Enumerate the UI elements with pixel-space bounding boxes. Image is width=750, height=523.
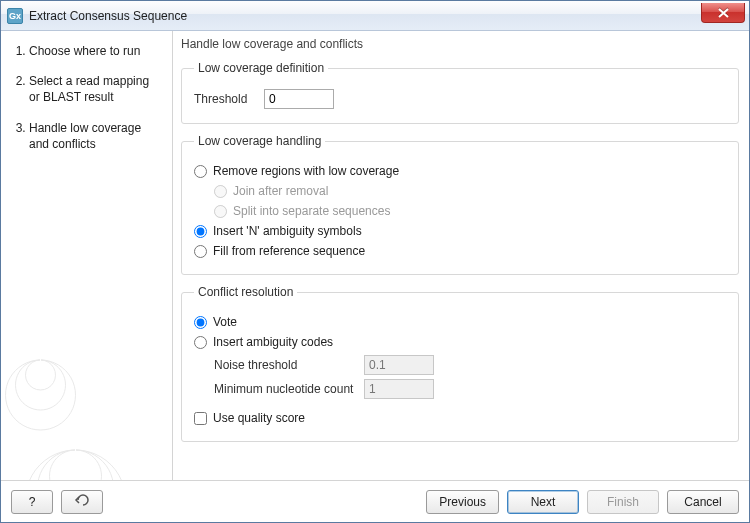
use-quality-checkbox[interactable]: [194, 412, 207, 425]
window-title: Extract Consensus Sequence: [29, 9, 187, 23]
min-nucleotide-input: [364, 379, 434, 399]
next-button[interactable]: Next: [507, 490, 579, 514]
reset-button[interactable]: [61, 490, 103, 514]
conflict-resolution-group: Conflict resolution Vote Insert ambiguit…: [181, 285, 739, 442]
help-button[interactable]: ?: [11, 490, 53, 514]
ambiguity-codes-label: Insert ambiguity codes: [213, 335, 333, 349]
button-bar: ? Previous Next Finish Cancel: [1, 480, 749, 522]
undo-icon: [74, 494, 90, 506]
split-sequences-label: Split into separate sequences: [233, 204, 390, 218]
decorative-spiral-icon: [1, 290, 161, 480]
finish-button: Finish: [587, 490, 659, 514]
use-quality-label: Use quality score: [213, 411, 305, 425]
wizard-steps-list: Choose where to run Select a read mappin…: [11, 43, 162, 152]
wizard-step: Select a read mapping or BLAST result: [29, 73, 162, 105]
close-button[interactable]: [701, 3, 745, 23]
panel-scroll: Low coverage definition Threshold Low co…: [173, 55, 749, 480]
remove-regions-radio[interactable]: [194, 165, 207, 178]
fill-reference-radio[interactable]: [194, 245, 207, 258]
noise-threshold-label: Noise threshold: [214, 358, 364, 372]
threshold-label: Threshold: [194, 92, 264, 106]
join-after-removal-label: Join after removal: [233, 184, 328, 198]
low-coverage-handling-group: Low coverage handling Remove regions wit…: [181, 134, 739, 275]
ambiguity-codes-radio[interactable]: [194, 336, 207, 349]
page-title: Handle low coverage and conflicts: [173, 31, 749, 55]
titlebar: Gx Extract Consensus Sequence: [1, 1, 749, 31]
remove-regions-label: Remove regions with low coverage: [213, 164, 399, 178]
noise-threshold-input: [364, 355, 434, 375]
insert-n-label: Insert 'N' ambiguity symbols: [213, 224, 362, 238]
insert-n-radio[interactable]: [194, 225, 207, 238]
cancel-button[interactable]: Cancel: [667, 490, 739, 514]
vote-radio[interactable]: [194, 316, 207, 329]
join-after-removal-radio: [214, 185, 227, 198]
app-icon: Gx: [7, 8, 23, 24]
group-legend: Low coverage handling: [194, 134, 325, 148]
split-sequences-radio: [214, 205, 227, 218]
group-legend: Low coverage definition: [194, 61, 328, 75]
wizard-step: Handle low coverage and conflicts: [29, 120, 162, 152]
wizard-step: Choose where to run: [29, 43, 162, 59]
vote-label: Vote: [213, 315, 237, 329]
wizard-sidebar: Choose where to run Select a read mappin…: [1, 31, 173, 480]
low-coverage-definition-group: Low coverage definition Threshold: [181, 61, 739, 124]
threshold-input[interactable]: [264, 89, 334, 109]
group-legend: Conflict resolution: [194, 285, 297, 299]
dialog-window: Gx Extract Consensus Sequence Choose whe…: [0, 0, 750, 523]
fill-reference-label: Fill from reference sequence: [213, 244, 365, 258]
min-nucleotide-label: Minimum nucleotide count: [214, 382, 364, 396]
previous-button[interactable]: Previous: [426, 490, 499, 514]
main-panel: Handle low coverage and conflicts Low co…: [173, 31, 749, 480]
body-area: Choose where to run Select a read mappin…: [1, 31, 749, 480]
close-icon: [718, 8, 729, 18]
